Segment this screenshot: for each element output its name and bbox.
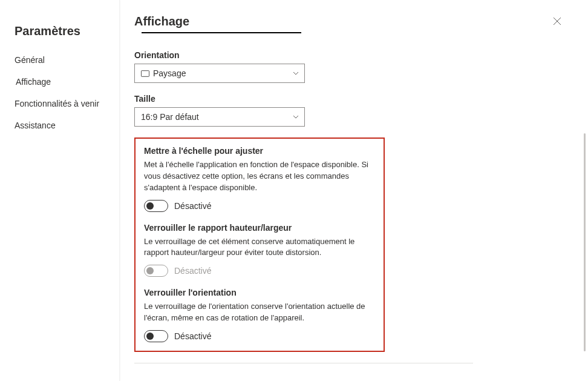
scale-title: Mettre à l'échelle pour ajuster xyxy=(144,146,375,156)
sidebar-title: Paramètres xyxy=(0,15,119,49)
orientation-select[interactable]: Paysage xyxy=(134,64,305,83)
lock-ratio-group: Verrouiller le rapport hauteur/largeur L… xyxy=(144,223,375,277)
lock-ratio-title: Verrouiller le rapport hauteur/largeur xyxy=(144,223,375,233)
lock-ratio-toggle xyxy=(144,265,168,277)
sidebar-item-support[interactable]: Assistance xyxy=(0,114,119,136)
scale-to-fit-group: Mettre à l'échelle pour ajuster Met à l'… xyxy=(144,146,375,212)
close-button[interactable] xyxy=(550,15,564,30)
chevron-down-icon xyxy=(292,113,299,121)
sidebar-item-upcoming[interactable]: Fonctionnalités à venir xyxy=(0,93,119,114)
highlighted-options-box: Mettre à l'échelle pour ajuster Met à l'… xyxy=(134,137,385,352)
page-title: Affichage xyxy=(134,15,189,28)
close-icon xyxy=(553,17,561,25)
size-select[interactable]: 16:9 Par défaut xyxy=(134,107,305,127)
lock-ratio-desc: Le verrouillage de cet élément conserve … xyxy=(144,236,374,259)
sidebar-item-general[interactable]: Général xyxy=(0,49,119,71)
size-value: 16:9 Par défaut xyxy=(141,112,199,122)
divider xyxy=(134,363,473,363)
header-underline xyxy=(142,32,301,33)
sidebar-item-display[interactable]: Affichage xyxy=(0,71,119,93)
main-panel: Affichage Orientation Paysage Ta xyxy=(120,0,588,381)
lock-orientation-title: Verrouiller l'orientation xyxy=(144,288,375,297)
orientation-value: Paysage xyxy=(153,68,186,78)
size-label: Taille xyxy=(134,94,564,104)
scale-state: Désactivé xyxy=(174,201,211,211)
size-section: Taille 16:9 Par défaut xyxy=(134,94,564,127)
lock-orientation-state: Désactivé xyxy=(174,331,211,341)
svg-rect-0 xyxy=(141,70,149,76)
scale-desc: Met à l'échelle l'application en fonctio… xyxy=(144,159,374,194)
lock-orientation-toggle[interactable] xyxy=(144,330,168,342)
lock-orientation-desc: Le verrouillage de l'orientation conserv… xyxy=(144,301,374,324)
chevron-down-icon xyxy=(292,70,299,77)
lock-ratio-state: Désactivé xyxy=(174,266,211,276)
scale-toggle[interactable] xyxy=(144,200,168,212)
scrollbar[interactable] xyxy=(584,133,586,351)
landscape-icon xyxy=(141,70,149,77)
lock-orientation-group: Verrouiller l'orientation Le verrouillag… xyxy=(144,288,375,342)
orientation-label: Orientation xyxy=(134,50,564,60)
orientation-section: Orientation Paysage xyxy=(134,50,564,83)
settings-sidebar: Paramètres Général Affichage Fonctionnal… xyxy=(0,0,120,381)
